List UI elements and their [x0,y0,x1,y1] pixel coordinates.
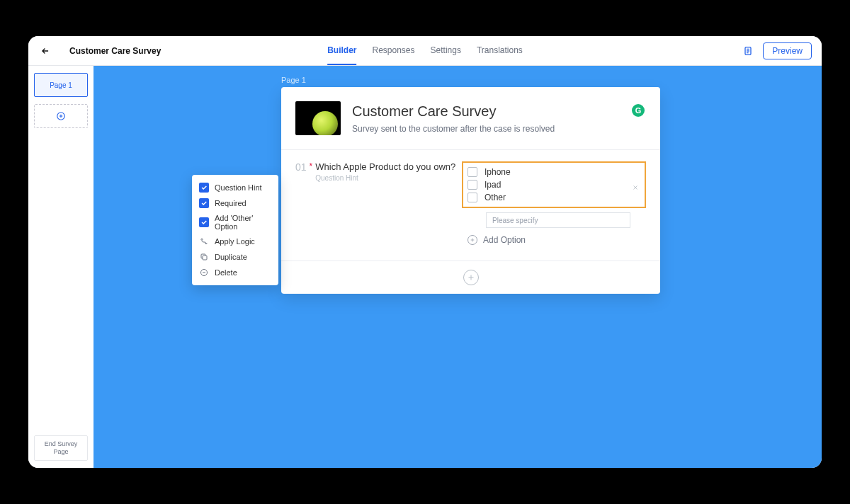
checkbox-icon[interactable] [468,167,477,177]
app-frame: Customer Care Survey Builder Responses S… [28,36,822,468]
menu-duplicate[interactable]: Duplicate [192,249,278,265]
question-block[interactable]: 01 * Which Apple Product do you own? Que… [281,150,660,261]
options-highlight-box: Iphone Ipad Other [462,161,646,208]
tab-settings[interactable]: Settings [431,36,461,65]
menu-apply-logic[interactable]: Apply Logic [192,234,278,249]
menu-label: Question Hint [215,183,262,192]
add-option-label: Add Option [483,235,526,245]
checkbox-checked-icon [199,183,209,193]
end-survey-page-button[interactable]: End Survey Page [34,435,88,461]
close-icon [632,184,639,191]
copy-link-button[interactable] [742,45,754,57]
pages-sidebar: Page 1 End Survey Page [28,66,94,468]
body: Page 1 End Survey Page Page 1 Question H… [28,66,822,468]
menu-delete[interactable]: Delete [192,265,278,280]
option-row[interactable]: Ipad [468,178,640,191]
card-header: Customer Care Survey Survey sent to the … [281,87,660,150]
checkbox-icon[interactable] [468,180,477,190]
card-subtitle[interactable]: Survey sent to the customer after the ca… [352,124,555,134]
add-option-button[interactable]: Add Option [468,235,646,245]
plus-circle-icon [56,111,66,121]
arrow-left-icon [40,46,50,56]
checkbox-checked-icon [199,217,209,227]
card-footer [281,261,660,294]
branch-icon [199,236,209,246]
question-number: 01 [295,161,307,245]
add-question-button[interactable] [463,270,479,285]
menu-required[interactable]: Required [192,195,278,211]
back-button[interactable] [38,44,52,58]
question-text[interactable]: Which Apple Product do you own? [315,161,455,172]
header: Customer Care Survey Builder Responses S… [28,36,822,66]
menu-label: Delete [215,268,237,277]
question-hint-placeholder[interactable]: Question Hint [315,174,455,182]
question-context-menu: Question Hint Required Add 'Other' Optio… [192,175,278,285]
plus-circle-icon [468,235,477,245]
required-star-icon: * [310,161,313,245]
canvas-page-label: Page 1 [281,76,306,84]
header-tabs: Builder Responses Settings Translations [327,36,523,65]
option-row[interactable]: Iphone [468,166,640,178]
other-specify-input[interactable]: Please specify [486,212,630,228]
tab-translations[interactable]: Translations [477,36,523,65]
svg-rect-2 [203,256,207,260]
survey-card: Customer Care Survey Survey sent to the … [281,87,660,294]
option-row[interactable]: Other [468,191,640,204]
menu-label: Duplicate [215,253,247,261]
option-label[interactable]: Ipad [484,180,501,190]
checkbox-icon[interactable] [468,193,477,202]
tab-builder[interactable]: Builder [327,36,356,65]
option-label[interactable]: Iphone [484,167,511,177]
plus-icon [467,273,475,282]
document-icon [742,45,754,57]
menu-label: Required [215,199,246,207]
menu-add-other[interactable]: Add 'Other' Option [192,211,278,234]
answer-options: Iphone Ipad Other [462,161,646,245]
delete-icon [199,268,209,277]
menu-label: Add 'Other' Option [215,214,271,231]
page-thumb-1[interactable]: Page 1 [34,73,88,97]
menu-label: Apply Logic [215,237,255,246]
tab-responses[interactable]: Responses [373,36,415,65]
preview-button[interactable]: Preview [763,42,812,59]
menu-question-hint[interactable]: Question Hint [192,180,278,195]
option-label[interactable]: Other [484,193,506,202]
checkbox-checked-icon [199,198,209,208]
grammarly-badge[interactable]: G [632,104,645,117]
ball-graphic [312,111,338,135]
add-page-button[interactable] [34,104,88,128]
remove-option-button[interactable] [632,181,639,194]
survey-image[interactable] [295,101,341,135]
survey-title: Customer Care Survey [69,46,161,56]
duplicate-icon [199,252,209,262]
builder-canvas: Page 1 Question Hint Required [94,66,822,468]
card-title[interactable]: Customer Care Survey [352,103,555,120]
header-actions: Preview [742,42,812,59]
